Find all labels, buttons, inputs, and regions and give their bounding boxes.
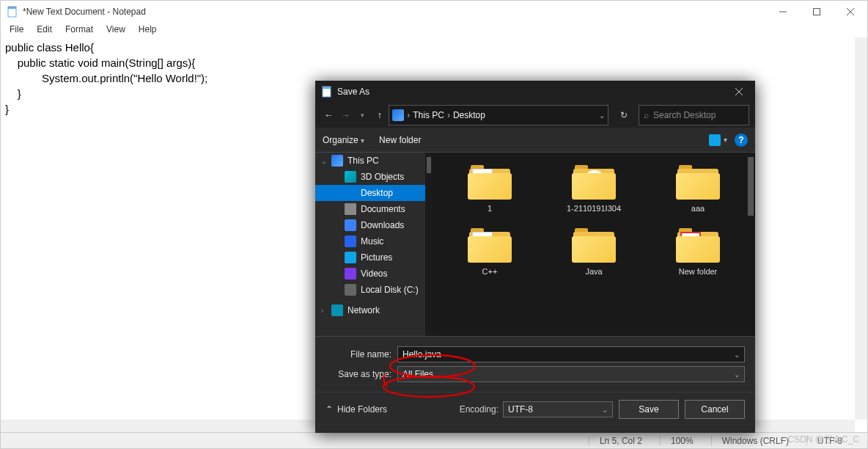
music-icon <box>345 236 356 247</box>
menu-format[interactable]: Format <box>59 23 99 37</box>
filename-value: Hello.java <box>402 349 441 359</box>
folder-label: C++ <box>482 267 498 276</box>
chevron-down-icon[interactable]: ⌄ <box>734 370 740 379</box>
vertical-scrollbar[interactable] <box>855 37 867 420</box>
menu-edit[interactable]: Edit <box>31 23 58 37</box>
tree-item-network[interactable]: ›Network <box>315 302 433 318</box>
chevron-right-icon: › <box>407 110 410 120</box>
download-icon <box>345 219 356 231</box>
nav-recent-button[interactable]: ▾ <box>355 106 370 124</box>
chevron-down-icon[interactable]: ⌄ <box>734 351 740 359</box>
view-options-button[interactable]: ▾ <box>709 134 727 146</box>
chevron-right-icon: › <box>447 110 450 120</box>
nav-forward-button[interactable]: → <box>338 106 353 124</box>
notepad-title: *New Text Document - Notepad <box>23 7 146 17</box>
pc-icon <box>331 155 343 167</box>
breadcrumb-desktop[interactable]: Desktop <box>453 110 485 120</box>
cancel-button[interactable]: Cancel <box>685 400 745 419</box>
desktop-icon <box>345 187 356 199</box>
folder-label: 1-2110191I304 <box>567 204 621 213</box>
minimize-button[interactable] <box>766 1 800 23</box>
folder-item[interactable]: 1 <box>440 160 540 216</box>
tree-item-3d[interactable]: 3D Objects <box>315 169 433 185</box>
encoding-label: Encoding: <box>460 404 499 415</box>
encoding-select[interactable]: UTF-8 ⌄ <box>503 401 613 417</box>
notepad-app-icon <box>7 6 18 18</box>
notepad-titlebar: *New Text Document - Notepad <box>1 1 867 23</box>
disk-icon <box>345 284 356 296</box>
dialog-navbar: ← → ▾ ↑ › This PC › Desktop ⌄ ↻ ⌕ Search… <box>315 103 755 128</box>
tree-item-desktop[interactable]: Desktop <box>315 185 433 201</box>
folder-label: aaa <box>691 204 705 213</box>
tree-item-pictures[interactable]: Pictures <box>315 249 433 266</box>
dialog-title: Save As <box>337 87 369 97</box>
search-input[interactable]: ⌕ Search Desktop <box>639 105 749 125</box>
notepad-statusbar: Ln 5, Col 2 100% Windows (CRLF) UTF-8 <box>1 432 867 448</box>
menu-help[interactable]: Help <box>133 23 163 37</box>
nav-up-button[interactable]: ↑ <box>372 106 387 124</box>
file-view[interactable]: 1 1-2110191I304 aaa C++ <box>433 153 755 336</box>
network-icon <box>331 304 343 316</box>
chevron-down-icon[interactable]: ⌄ <box>602 406 608 414</box>
help-button[interactable]: ? <box>735 134 748 147</box>
tree-scrollbar[interactable] <box>425 153 433 336</box>
tree-item-videos[interactable]: Videos <box>315 266 433 282</box>
menu-file[interactable]: File <box>4 23 29 37</box>
savetype-select[interactable]: All Files ⌄ <box>397 366 745 382</box>
dialog-titlebar: Save As <box>315 81 755 103</box>
svg-rect-7 <box>323 87 331 89</box>
tree-item-downloads[interactable]: Downloads <box>315 217 433 233</box>
dialog-form: File name: Hello.java ⌄ Save as type: Al… <box>315 336 755 392</box>
filename-label: File name: <box>326 349 391 359</box>
svg-rect-3 <box>814 9 820 15</box>
tree-item-thispc[interactable]: ⌄This PC <box>315 153 433 169</box>
savetype-value: All Files <box>402 369 433 379</box>
close-button[interactable] <box>834 1 867 23</box>
new-folder-button[interactable]: New folder <box>379 135 421 145</box>
chevron-right-icon[interactable]: › <box>321 307 323 315</box>
pc-icon <box>392 109 404 121</box>
status-cursor-pos: Ln 5, Col 2 <box>589 436 652 446</box>
notepad-app-icon <box>321 86 333 98</box>
svg-rect-1 <box>8 7 16 9</box>
tree-item-documents[interactable]: Documents <box>315 201 433 217</box>
search-icon: ⌕ <box>644 110 649 120</box>
maximize-button[interactable] <box>800 1 834 23</box>
folder-label: Java <box>585 267 602 276</box>
folder-item[interactable]: C++ <box>440 223 540 279</box>
save-as-dialog: Save As ← → ▾ ↑ › This PC › Desktop ⌄ ↻ … <box>315 81 755 433</box>
nav-back-button[interactable]: ← <box>321 106 336 124</box>
menu-view[interactable]: View <box>100 23 131 37</box>
files-scrollbar[interactable] <box>746 153 755 336</box>
folder-item[interactable]: aaa <box>648 160 748 216</box>
hide-folders-button[interactable]: ⌃Hide Folders <box>326 404 387 415</box>
tree-item-localdisk[interactable]: Local Disk (C:) <box>315 282 433 298</box>
folder-item[interactable]: Java <box>544 223 644 279</box>
dialog-toolbar: Organize ▾ New folder ▾ ? <box>315 128 755 153</box>
folder-label: 1 <box>488 204 492 213</box>
picture-icon <box>709 134 721 146</box>
breadcrumb-thispc[interactable]: This PC <box>413 110 444 120</box>
folder-label: New folder <box>679 267 718 276</box>
chevron-down-icon: ▾ <box>361 136 364 145</box>
watermark: CSDN @三金C_C <box>787 434 859 446</box>
help-icon: ? <box>735 134 748 147</box>
save-button[interactable]: Save <box>619 400 679 419</box>
status-eol: Windows (CRLF) <box>711 436 799 446</box>
folder-item[interactable]: New folder <box>648 223 748 279</box>
nav-refresh-button[interactable]: ↻ <box>614 105 633 125</box>
dialog-footer: ⌃Hide Folders Encoding: UTF-8 ⌄ Save Can… <box>315 392 755 426</box>
chevron-down-icon[interactable]: ⌄ <box>599 112 605 120</box>
video-icon <box>345 268 356 280</box>
organize-button[interactable]: Organize ▾ <box>323 135 364 145</box>
tree-item-music[interactable]: Music <box>315 233 433 249</box>
savetype-label: Save as type: <box>326 369 391 379</box>
filename-input[interactable]: Hello.java ⌄ <box>397 346 745 362</box>
folder-item[interactable]: 1-2110191I304 <box>544 160 644 216</box>
folder-tree[interactable]: ⌄This PC 3D Objects Desktop Documents Do… <box>315 153 433 336</box>
status-zoom: 100% <box>660 436 704 446</box>
encoding-value: UTF-8 <box>508 404 533 415</box>
chevron-down-icon[interactable]: ⌄ <box>321 157 327 165</box>
dialog-close-button[interactable] <box>723 81 755 103</box>
breadcrumb[interactable]: › This PC › Desktop ⌄ <box>389 105 608 125</box>
